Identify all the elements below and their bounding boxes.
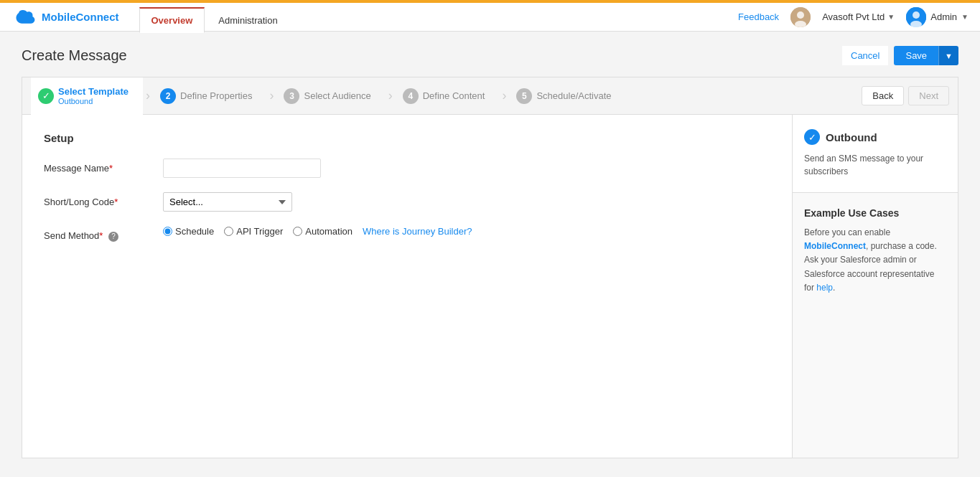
use-cases-period: .: [833, 283, 835, 293]
user-avatar: [790, 7, 811, 27]
main-area: Setup Message Name* Short/Long Code* Sel…: [22, 114, 958, 458]
outbound-title: Outbound: [826, 131, 877, 143]
send-method-row: Send Method* ? Schedule API Trigger: [44, 226, 770, 242]
short-long-code-row: Short/Long Code* Select...: [44, 192, 770, 212]
step-number-3: 3: [284, 88, 299, 104]
org-name[interactable]: Avasoft Pvt Ltd ▼: [822, 11, 895, 22]
outbound-header: ✓ Outbound: [804, 129, 946, 145]
page-title: Create Message: [22, 47, 127, 64]
step-number-4: 4: [403, 88, 419, 104]
section-title: Setup: [44, 132, 770, 144]
short-long-code-label: Short/Long Code*: [44, 192, 151, 207]
radio-group-send-method: Schedule API Trigger Automation Where is…: [163, 226, 472, 237]
back-button[interactable]: Back: [862, 86, 904, 105]
use-cases-help-link[interactable]: help: [816, 283, 833, 293]
wizard-step-select-audience[interactable]: 3 Select Audience: [276, 77, 385, 115]
outbound-desc: Send an SMS message to your subscribers: [804, 152, 946, 178]
org-chevron-icon: ▼: [887, 13, 895, 21]
step-check-icon: ✓: [38, 88, 54, 104]
wizard-steps-list: ✓ Select Template Outbound › 2 Define Pr…: [31, 77, 862, 115]
radio-option-schedule[interactable]: Schedule: [163, 226, 214, 237]
feedback-link[interactable]: Feedback: [738, 11, 779, 22]
step-label-5: Schedule/Activate: [536, 90, 611, 101]
next-button[interactable]: Next: [908, 86, 949, 105]
radio-automation[interactable]: [293, 227, 302, 236]
cancel-button[interactable]: Cancel: [842, 46, 888, 65]
tab-overview[interactable]: Overview: [139, 7, 205, 33]
message-name-row: Message Name*: [44, 159, 770, 178]
radio-automation-label: Automation: [305, 226, 353, 237]
send-method-control: Schedule API Trigger Automation Where is…: [163, 226, 472, 237]
use-cases-text: Before you can enable MobileConnect, pur…: [804, 226, 946, 295]
send-method-required: *: [99, 230, 103, 241]
brand-name: MobileConnect: [42, 11, 119, 23]
right-panel-bottom: Example Use Cases Before you can enable …: [793, 193, 958, 458]
save-button[interactable]: Save: [894, 46, 938, 65]
page-header: Create Message Cancel Save ▼: [22, 46, 958, 65]
radio-schedule[interactable]: [163, 227, 172, 236]
step-label: Select Template: [58, 86, 129, 97]
step-label-2: Define Properties: [180, 90, 252, 101]
admin-label: Admin: [930, 11, 957, 22]
page-content: Create Message Cancel Save ▼ ✓ Select Te…: [0, 32, 980, 473]
admin-area[interactable]: Admin ▼: [906, 7, 969, 27]
outbound-check-icon: ✓: [804, 129, 820, 145]
header-actions: Cancel Save ▼: [842, 46, 958, 65]
wizard-nav-buttons: Back Next: [862, 86, 949, 105]
journey-builder-link[interactable]: Where is Journey Builder?: [363, 226, 472, 237]
save-dropdown-button[interactable]: ▼: [938, 46, 958, 65]
step-label-area: Select Template Outbound: [58, 86, 129, 105]
message-name-label: Message Name*: [44, 159, 151, 174]
step-label-3: Select Audience: [304, 90, 370, 101]
radio-api-trigger-label: API Trigger: [236, 226, 283, 237]
step-number-5: 5: [516, 88, 532, 104]
short-long-code-select[interactable]: Select...: [163, 192, 292, 212]
logo-area: MobileConnect: [11, 9, 119, 26]
tab-administration[interactable]: Administration: [206, 7, 289, 33]
use-cases-brand: MobileConnect: [804, 241, 866, 251]
message-name-control: [163, 159, 321, 178]
save-button-group: Save ▼: [894, 46, 958, 65]
salesforce-logo-icon: [11, 9, 37, 26]
radio-schedule-label: Schedule: [175, 226, 214, 237]
svg-point-4: [913, 11, 920, 19]
step-divider-1: ›: [146, 88, 150, 103]
use-cases-text-1: Before you can enable: [804, 227, 890, 237]
message-name-input[interactable]: [163, 159, 321, 178]
wizard-steps: ✓ Select Template Outbound › 2 Define Pr…: [22, 77, 958, 114]
step-divider-2: ›: [269, 88, 274, 103]
nav-tabs: Overview Administration: [139, 1, 291, 33]
wizard-step-define-properties[interactable]: 2 Define Properties: [153, 77, 266, 115]
radio-api-trigger[interactable]: [224, 227, 233, 236]
admin-avatar-icon: [906, 7, 926, 27]
short-long-code-required: *: [114, 197, 118, 207]
nav-left: MobileConnect Overview Administration: [11, 1, 291, 33]
step-divider-4: ›: [502, 88, 506, 103]
radio-option-api-trigger[interactable]: API Trigger: [224, 226, 283, 237]
short-long-code-control: Select...: [163, 192, 292, 212]
right-panel: ✓ Outbound Send an SMS message to your s…: [793, 115, 958, 458]
send-method-label: Send Method* ?: [44, 226, 151, 242]
send-method-help-icon[interactable]: ?: [108, 232, 118, 242]
wizard-step-schedule-activate[interactable]: 5 Schedule/Activate: [509, 77, 625, 115]
radio-option-automation[interactable]: Automation: [293, 226, 353, 237]
top-navigation: MobileConnect Overview Administration Fe…: [0, 0, 980, 32]
nav-right: Feedback Avasoft Pvt Ltd ▼ Admin ▼: [738, 7, 969, 27]
main-form: Setup Message Name* Short/Long Code* Sel…: [22, 115, 793, 458]
wizard-step-select-template[interactable]: ✓ Select Template Outbound: [31, 77, 143, 115]
svg-point-1: [797, 11, 804, 19]
wizard-step-define-content[interactable]: 4 Define Content: [396, 77, 500, 115]
step-sublabel: Outbound: [58, 97, 129, 105]
step-divider-3: ›: [388, 88, 393, 103]
use-cases-title: Example Use Cases: [804, 207, 946, 219]
right-panel-top: ✓ Outbound Send an SMS message to your s…: [793, 115, 958, 193]
admin-chevron-icon: ▼: [961, 13, 969, 21]
step-label-4: Define Content: [423, 90, 485, 101]
message-name-required: *: [109, 163, 113, 174]
step-number-2: 2: [160, 88, 176, 104]
